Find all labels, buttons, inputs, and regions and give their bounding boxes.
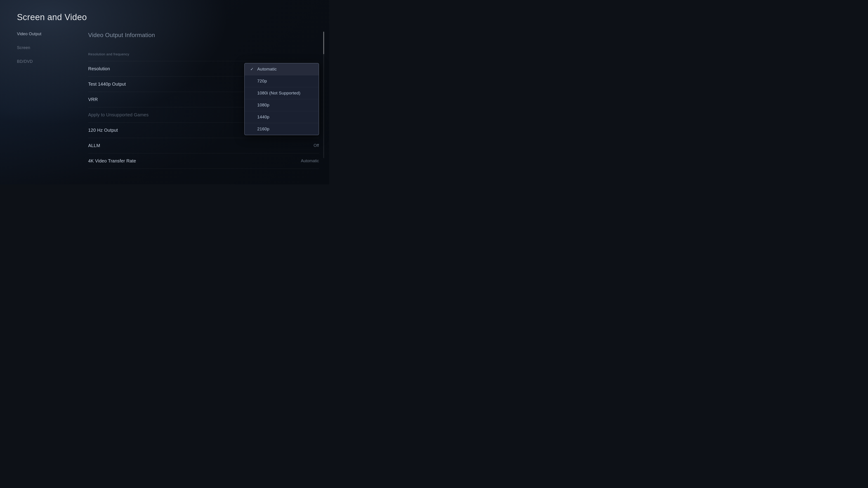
scrollbar[interactable] <box>323 32 324 158</box>
4k-transfer-label: 4K Video Transfer Rate <box>88 158 136 164</box>
allm-value: Off <box>313 143 319 148</box>
setting-row-allm[interactable]: ALLM Off <box>88 138 319 153</box>
sidebar: Video Output Screen BD/DVD <box>17 32 67 64</box>
dropdown-menu: ✓ Automatic 720p 1080i (Not Supported) 1… <box>244 63 319 135</box>
sidebar-item-video-output[interactable]: Video Output <box>17 32 67 36</box>
setting-row-4k-transfer[interactable]: 4K Video Transfer Rate Automatic <box>88 153 319 169</box>
dropdown-option-1440p[interactable]: 1440p <box>245 111 319 123</box>
allm-label: ALLM <box>88 143 100 148</box>
setting-row-resolution[interactable]: Resolution ✓ Automatic 720p 1080i (Not S… <box>88 61 319 76</box>
test-1440p-label: Test 1440p Output <box>88 82 126 87</box>
video-output-info-label: Video Output Information <box>88 32 319 39</box>
dropdown-option-2160p[interactable]: 2160p <box>245 123 319 135</box>
4k-transfer-value: Automatic <box>301 159 319 163</box>
vrr-label: VRR <box>88 97 98 102</box>
dropdown-option-1080p[interactable]: 1080p <box>245 99 319 111</box>
sidebar-item-screen[interactable]: Screen <box>17 45 67 50</box>
120hz-label: 120 Hz Output <box>88 128 118 133</box>
settings-list: Resolution ✓ Automatic 720p 1080i (Not S… <box>88 61 319 169</box>
resolution-label: Resolution <box>88 66 110 71</box>
dropdown-option-1080i[interactable]: 1080i (Not Supported) <box>245 87 319 99</box>
apply-unsupported-label: Apply to Unsupported Games <box>88 112 149 118</box>
page-title: Screen and Video <box>17 12 87 22</box>
scrollbar-thumb[interactable] <box>323 32 324 54</box>
main-content: Video Output Information Resolution and … <box>88 32 319 169</box>
sidebar-item-bddvd[interactable]: BD/DVD <box>17 59 67 64</box>
dropdown-option-automatic[interactable]: ✓ Automatic <box>245 63 319 75</box>
section-label: Resolution and frequency <box>88 52 319 56</box>
check-icon: ✓ <box>250 67 254 72</box>
resolution-dropdown[interactable]: ✓ Automatic 720p 1080i (Not Supported) 1… <box>244 63 319 135</box>
dropdown-option-720p[interactable]: 720p <box>245 75 319 87</box>
